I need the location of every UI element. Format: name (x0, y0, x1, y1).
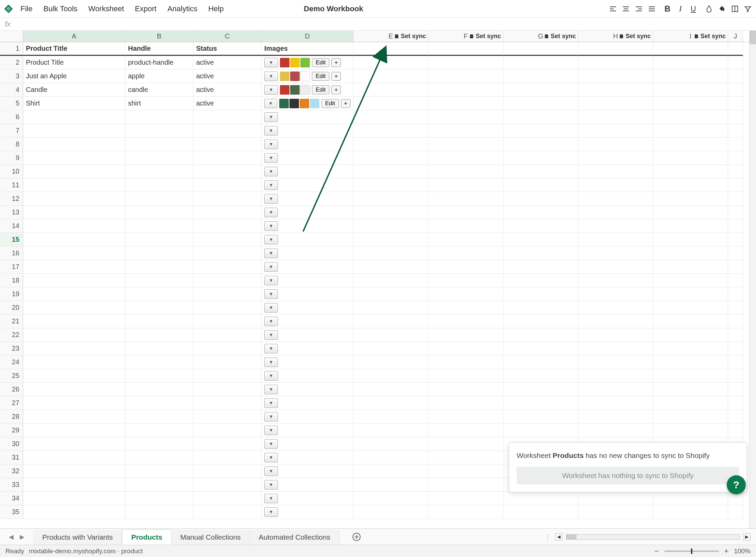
add-image-button[interactable]: + (331, 58, 341, 67)
dropdown-toggle[interactable]: ▼ (264, 140, 278, 149)
cell-empty[interactable] (428, 492, 503, 505)
cell-empty[interactable] (728, 151, 743, 165)
cell-empty[interactable] (193, 355, 262, 369)
header-cell[interactable]: Product Title (23, 42, 125, 56)
header-cell[interactable] (428, 42, 503, 56)
cell-empty[interactable] (428, 124, 503, 138)
cell-empty[interactable] (193, 410, 262, 424)
dropdown-toggle[interactable]: ▼ (264, 453, 278, 462)
cell-empty[interactable] (503, 138, 578, 151)
sheet-prev-icon[interactable]: ◀ (9, 533, 14, 541)
cell-empty[interactable] (428, 110, 503, 124)
cell-empty[interactable] (125, 192, 193, 206)
column-header-c[interactable]: C (193, 31, 262, 42)
cell-empty[interactable] (23, 301, 125, 315)
cell-title[interactable]: Shirt (23, 97, 125, 110)
cell-empty[interactable] (728, 233, 743, 246)
dropdown-toggle[interactable]: ▼ (264, 439, 278, 449)
cell-empty[interactable] (125, 287, 193, 301)
cell-images[interactable]: ▼Edit+ (262, 56, 353, 69)
cell-empty[interactable] (653, 165, 728, 178)
dropdown-toggle[interactable]: ▼ (264, 262, 278, 272)
bold-icon[interactable]: B (663, 4, 672, 14)
scroll-left-icon[interactable]: ◀ (555, 533, 563, 541)
cell-images[interactable]: ▼ (262, 233, 353, 246)
cell-empty[interactable] (23, 124, 125, 138)
cell-empty[interactable] (503, 301, 578, 315)
cell-empty[interactable] (578, 233, 653, 246)
row-header[interactable]: 17 (0, 260, 23, 274)
sheet-next-icon[interactable]: ▶ (20, 533, 25, 541)
column-header-a[interactable]: A (23, 31, 125, 42)
dropdown-toggle[interactable]: ▼ (264, 71, 278, 81)
column-header-h[interactable]: HSet sync (578, 31, 653, 42)
cell-empty[interactable] (728, 138, 743, 151)
cell-empty[interactable] (353, 355, 428, 369)
dropdown-toggle[interactable]: ▼ (264, 385, 278, 394)
cell-empty[interactable] (503, 287, 578, 301)
cell-images[interactable]: ▼ (262, 383, 353, 396)
cell-empty[interactable] (578, 383, 653, 396)
cell-empty[interactable] (353, 315, 428, 328)
align-right-icon[interactable] (634, 4, 644, 14)
cell-empty[interactable] (353, 451, 428, 464)
cell-images[interactable]: ▼ (262, 192, 353, 206)
cell-images[interactable]: ▼ (262, 165, 353, 178)
row-header[interactable]: 14 (0, 219, 23, 233)
header-cell[interactable] (578, 42, 653, 56)
dropdown-toggle[interactable]: ▼ (264, 289, 278, 299)
cell-empty[interactable] (653, 342, 728, 355)
cell-empty[interactable] (653, 328, 728, 342)
dropdown-toggle[interactable]: ▼ (264, 480, 278, 490)
cell-title[interactable]: Just an Apple (23, 69, 125, 83)
row-header[interactable]: 15 (0, 233, 23, 246)
cell-empty[interactable] (728, 178, 743, 192)
cell-empty[interactable] (193, 151, 262, 165)
fill-color-icon[interactable] (717, 4, 727, 14)
cell-empty[interactable] (428, 478, 503, 492)
cell-empty[interactable] (193, 383, 262, 396)
set-sync-badge[interactable]: Set sync (394, 33, 426, 40)
cell-empty[interactable] (353, 83, 428, 97)
cell-empty[interactable] (125, 219, 193, 233)
cell-empty[interactable] (728, 505, 743, 519)
dropdown-toggle[interactable]: ▼ (264, 180, 278, 190)
cell-empty[interactable] (653, 355, 728, 369)
cell-empty[interactable] (428, 56, 503, 69)
cell-empty[interactable] (23, 274, 125, 287)
cell-empty[interactable] (428, 437, 503, 451)
menu-analytics[interactable]: Analytics (168, 4, 198, 13)
cell-images[interactable]: ▼ (262, 396, 353, 410)
cell-empty[interactable] (428, 451, 503, 464)
cell-empty[interactable] (653, 315, 728, 328)
cell-empty[interactable] (653, 274, 728, 287)
cell-empty[interactable] (653, 151, 728, 165)
cell-empty[interactable] (503, 165, 578, 178)
cell-empty[interactable] (353, 369, 428, 383)
column-header-j[interactable]: J (728, 31, 743, 42)
cell-empty[interactable] (353, 110, 428, 124)
cell-empty[interactable] (353, 219, 428, 233)
image-thumbnail[interactable] (289, 99, 299, 108)
cell-empty[interactable] (503, 342, 578, 355)
cell-empty[interactable] (653, 505, 728, 519)
cell-empty[interactable] (193, 424, 262, 437)
cell-empty[interactable] (23, 464, 125, 478)
cell-empty[interactable] (503, 328, 578, 342)
cell-empty[interactable] (503, 69, 578, 83)
cell-empty[interactable] (578, 151, 653, 165)
cell-empty[interactable] (503, 315, 578, 328)
add-image-button[interactable]: + (331, 72, 341, 81)
cell-empty[interactable] (578, 396, 653, 410)
column-header-d[interactable]: D (262, 31, 353, 42)
cell-empty[interactable] (578, 124, 653, 138)
cell-title[interactable]: Candle (23, 83, 125, 97)
edit-button[interactable]: Edit (312, 85, 329, 94)
cell-empty[interactable] (23, 383, 125, 396)
column-header-g[interactable]: GSet sync (503, 31, 578, 42)
cell-empty[interactable] (353, 206, 428, 219)
cell-empty[interactable] (193, 478, 262, 492)
cell-empty[interactable] (503, 192, 578, 206)
cell-empty[interactable] (728, 192, 743, 206)
cell-images[interactable]: ▼ (262, 424, 353, 437)
